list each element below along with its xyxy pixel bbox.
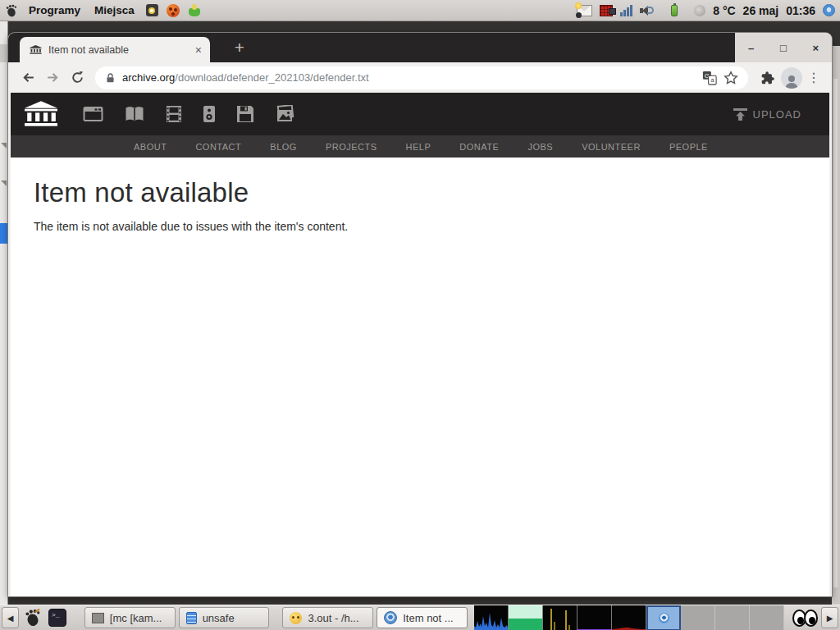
task-button-label: Item not ... <box>403 612 453 624</box>
camera-launcher-icon[interactable] <box>145 3 159 17</box>
web-icon[interactable] <box>83 105 103 123</box>
chromium-window-icon <box>384 611 397 624</box>
fold-marker-icon <box>1 180 7 186</box>
forward-button[interactable] <box>41 66 64 89</box>
workspace-7-empty[interactable] <box>681 605 715 630</box>
document-window-icon <box>186 612 197 624</box>
weather-temp: 8 °C <box>713 4 735 17</box>
minimize-button[interactable]: – <box>735 42 767 54</box>
yellow-app-icon <box>290 612 302 624</box>
eye-icon <box>804 609 818 627</box>
chromium-tray-icon[interactable] <box>823 4 835 16</box>
monitor-tray-icon[interactable] <box>600 5 613 16</box>
mail-tray-icon[interactable] <box>577 5 592 16</box>
lock-icon <box>105 72 116 84</box>
fold-marker-icon <box>1 143 7 148</box>
texts-book-icon[interactable] <box>124 105 145 123</box>
xeyes-applet <box>792 609 818 627</box>
task-button-unsafe[interactable]: unsafe <box>179 607 270 628</box>
audio-speaker-icon[interactable] <box>203 105 216 123</box>
video-film-icon[interactable] <box>166 105 182 123</box>
terminal-launcher-icon[interactable]: >_ <box>47 607 68 628</box>
workspace-5-red[interactable] <box>612 605 646 630</box>
task-button-3out[interactable]: 3.out - /h... <box>282 607 373 628</box>
workspace-8-empty[interactable] <box>715 605 750 630</box>
maximize-button[interactable]: □ <box>767 42 799 54</box>
upload-arrow-icon <box>733 107 748 121</box>
page-viewport: UPLOAD ABOUT CONTACT BLOG PROJECTS HELP … <box>11 93 829 596</box>
tab-title: Item not available <box>48 44 187 56</box>
chromium-thumb-icon <box>659 613 669 623</box>
battery-icon[interactable] <box>671 5 678 16</box>
clock-time[interactable]: 01:36 <box>786 4 815 17</box>
page-content: Item not available The item is not avail… <box>11 158 829 253</box>
images-photos-icon[interactable] <box>275 105 296 123</box>
nav-link-people[interactable]: PEOPLE <box>669 142 708 152</box>
nav-link-about[interactable]: ABOUT <box>134 142 167 152</box>
nav-link-projects[interactable]: PROJECTS <box>326 142 377 152</box>
gnome-foot-icon[interactable] <box>5 4 18 17</box>
menu-miejsca[interactable]: Miejsca <box>91 4 138 16</box>
url-host: archive.org <box>122 71 175 84</box>
svg-text:a: a <box>710 76 714 84</box>
nav-link-contact[interactable]: CONTACT <box>195 142 241 152</box>
terminal-window-icon <box>92 613 104 623</box>
green-plant-launcher-icon[interactable] <box>188 3 202 17</box>
task-button-label: [mc [kam... <box>110 612 162 624</box>
workspace-9-empty[interactable] <box>750 605 784 630</box>
workspace-pager <box>474 605 784 630</box>
page-heading: Item not available <box>34 177 806 208</box>
browser-tab[interactable]: Item not available × <box>20 37 210 62</box>
workspace-4-purple[interactable] <box>578 605 612 630</box>
window-controls: – □ × <box>735 33 832 62</box>
nav-link-help[interactable]: HELP <box>406 142 431 152</box>
tasklist-scroll-left-button[interactable]: ◀ <box>2 607 19 628</box>
tasklist-scroll-right-button[interactable]: ▶ <box>821 607 838 628</box>
upload-button[interactable]: UPLOAD <box>733 107 801 121</box>
background-window-left-edge <box>0 21 8 605</box>
browser-toolbar: archive.org/download/defender_202103/def… <box>8 62 832 93</box>
browser-window: Item not available × + – □ × archive.org… <box>8 33 832 596</box>
close-button[interactable]: × <box>800 42 832 54</box>
background-window-right-edge <box>832 46 840 605</box>
nav-link-blog[interactable]: BLOG <box>270 142 297 152</box>
profile-avatar[interactable] <box>781 67 802 89</box>
clock-date[interactable]: 26 maj <box>743 4 779 17</box>
media-type-icons <box>83 105 296 123</box>
volume-icon[interactable] <box>640 5 655 16</box>
task-button-label: 3.out - /h... <box>308 612 358 624</box>
address-bar[interactable]: archive.org/download/defender_202103/def… <box>95 66 748 89</box>
url-path: /download/defender_202103/defender.txt <box>175 71 368 84</box>
nav-link-volunteer[interactable]: VOLUNTEER <box>582 142 641 152</box>
archive-header: UPLOAD <box>11 93 829 135</box>
taskbar: ◀ >_ [mc [kam... unsafe 3.out - /h... It… <box>0 605 840 630</box>
workspace-3-spikes[interactable] <box>543 605 578 630</box>
page-message: The item is not available due to issues … <box>34 220 806 233</box>
extensions-puzzle-icon[interactable] <box>756 66 779 89</box>
back-button[interactable] <box>16 66 39 89</box>
browser-menu-kebab-icon[interactable]: ⋮ <box>804 70 824 85</box>
desktop-top-panel: Programy Miejsca 8 °C 26 maj 01:36 <box>0 0 840 21</box>
network-signal-icon[interactable] <box>620 5 632 16</box>
bookmark-star-icon[interactable] <box>724 71 738 85</box>
scrollbar-thumb[interactable] <box>0 223 7 244</box>
game-ball-launcher-icon[interactable] <box>167 3 180 17</box>
software-floppy-icon[interactable] <box>236 105 254 123</box>
new-tab-button[interactable]: + <box>228 36 251 59</box>
nav-link-donate[interactable]: DONATE <box>459 142 499 152</box>
workspace-2-green[interactable] <box>509 605 543 630</box>
menu-programy[interactable]: Programy <box>25 4 84 16</box>
workspace-1-waveform[interactable] <box>474 605 509 630</box>
task-button-item-not-available[interactable]: Item not ... <box>377 607 468 628</box>
task-button-mc[interactable]: [mc [kam... <box>84 607 176 628</box>
translate-icon[interactable]: Ga <box>702 71 717 85</box>
url-text: archive.org/download/defender_202103/def… <box>122 71 369 84</box>
upload-label: UPLOAD <box>753 108 801 121</box>
reload-button[interactable] <box>66 66 89 89</box>
tab-close-icon[interactable]: × <box>194 43 203 57</box>
internet-archive-logo[interactable] <box>24 101 58 127</box>
weather-moon-icon[interactable] <box>694 5 705 16</box>
workspace-6-current[interactable] <box>646 605 681 630</box>
nav-link-jobs[interactable]: JOBS <box>527 142 553 152</box>
gnome-foot-taskbar-icon[interactable] <box>22 607 43 628</box>
